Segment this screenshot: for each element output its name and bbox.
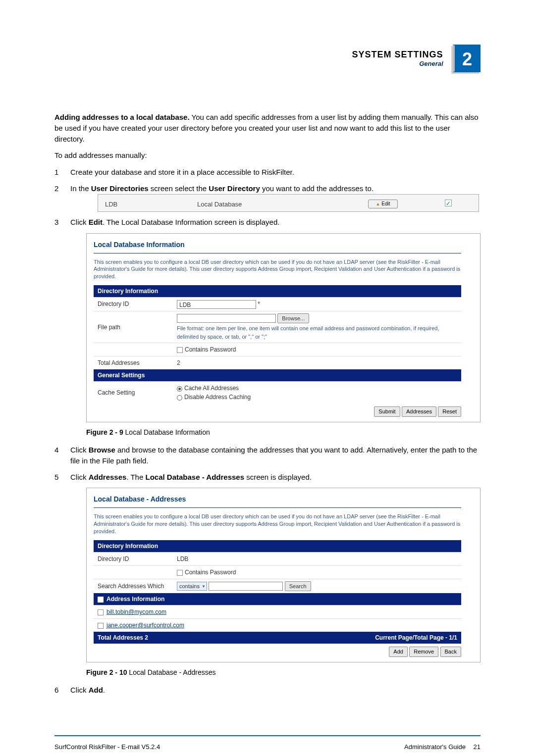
panelA-desc: This screen enables you to configure a l… — [94, 258, 461, 281]
edit-button[interactable]: Edit — [368, 200, 398, 208]
search-mode-select[interactable]: contains — [177, 582, 207, 591]
search-button[interactable]: Search — [285, 581, 311, 592]
cache-setting-label: Cache Setting — [94, 382, 173, 404]
dir-id-input[interactable]: LDB — [177, 300, 256, 309]
address-link-2[interactable]: jane.cooper@surfcontrol.com — [107, 622, 184, 629]
step-3: Click Edit. The Local Database Informati… — [54, 217, 481, 438]
search-input[interactable] — [209, 582, 283, 591]
intro-paragraph: Adding addresses to a local database. Yo… — [54, 112, 481, 144]
panelB-dir-id-label: Directory ID — [94, 552, 173, 565]
contains-password-label: Contains Password — [185, 346, 236, 353]
address-header-checkbox[interactable] — [98, 597, 104, 603]
row-id: LDB — [105, 200, 117, 209]
radio-cache-all[interactable] — [177, 386, 182, 392]
row-checkbox-checked[interactable] — [445, 200, 452, 206]
section-directory-information: Directory Information — [94, 285, 461, 297]
dir-id-label: Directory ID — [94, 298, 173, 311]
submit-button[interactable]: Submit — [374, 406, 400, 417]
steps-list: Create your database and store it in a p… — [54, 167, 481, 696]
panelB-dir-id-value: LDB — [173, 552, 461, 565]
step-1: Create your database and store it in a p… — [54, 167, 481, 178]
panelB-desc: This screen enables you to configure a l… — [94, 513, 461, 535]
section-general-settings: General Settings — [94, 369, 461, 381]
header-subtitle: General — [352, 60, 443, 67]
step-2: In the User Directories screen select th… — [54, 183, 481, 212]
step-6: Click Add. — [54, 685, 481, 696]
addr-checkbox-1[interactable] — [98, 609, 104, 615]
step-5: Click Addresses. The Local Database - Ad… — [54, 472, 481, 678]
chapter-badge: 2 — [453, 45, 481, 72]
intro-heading: Adding addresses to a local database. — [54, 113, 190, 121]
total-addresses-bar: Total Addresses 2 Current Page/Total Pag… — [94, 632, 461, 644]
total-addresses-value: 2 — [173, 356, 461, 370]
file-path-input[interactable] — [177, 314, 276, 323]
panelB-section-di: Directory Information — [94, 540, 461, 552]
file-path-label: File path — [94, 311, 173, 343]
figure-caption-9: Figure 2 - 9 Local Database Information — [86, 427, 481, 438]
step-4: Click Browse and browse to the database … — [54, 445, 481, 467]
footer-left: SurfControl RiskFilter - E-mail V5.2.4 — [54, 743, 160, 751]
total-addresses-label: Total Addresses — [94, 356, 173, 370]
page-number: 21 — [474, 743, 481, 751]
header-title: SYSTEM SETTINGS — [352, 50, 443, 60]
panelA-title: Local Database Information — [94, 240, 461, 253]
panelB-contains-password-checkbox[interactable] — [177, 570, 183, 576]
reset-button[interactable]: Reset — [438, 406, 461, 417]
add-button[interactable]: Add — [389, 647, 408, 657]
back-button[interactable]: Back — [440, 647, 461, 657]
radio-disable-cache[interactable] — [177, 395, 182, 401]
screenshot-local-db-info: Local Database Information This screen e… — [86, 233, 481, 422]
row-type: Local Database — [197, 200, 242, 209]
browse-button[interactable]: Browse... — [277, 313, 309, 324]
addresses-button[interactable]: Addresses — [402, 406, 436, 417]
panelB-title: Local Database - Addresses — [94, 494, 461, 508]
intro-lead: To add addresses manually: — [54, 150, 481, 161]
addr-checkbox-2[interactable] — [98, 623, 104, 629]
address-link-1[interactable]: bill.tobin@mycom.com — [107, 608, 166, 615]
screenshot-local-db-addresses: Local Database - Addresses This screen e… — [86, 488, 481, 662]
search-label: Search Addresses Which — [94, 579, 173, 593]
page-footer: SurfControl RiskFilter - E-mail V5.2.4 A… — [54, 736, 481, 751]
chapter-header: SYSTEM SETTINGS General 2 — [54, 45, 481, 72]
footer-guide: Administrator's Guide — [404, 743, 466, 751]
contains-password-checkbox[interactable] — [177, 347, 183, 353]
screenshot-user-directory-row: LDB Local Database Edit — [98, 194, 479, 212]
section-address-information: Address Information — [94, 593, 461, 605]
figure-caption-10: Figure 2 - 10 Local Database - Addresses — [86, 667, 481, 678]
file-format-hint: File format: one item per line, one item… — [177, 324, 457, 341]
remove-button[interactable]: Remove — [409, 647, 438, 657]
